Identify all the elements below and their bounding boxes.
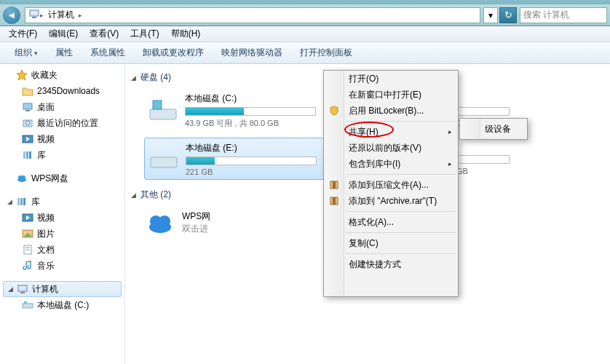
nav-local-c[interactable]: 本地磁盘 (C:) — [0, 297, 124, 313]
nav-label: 桌面 — [37, 101, 55, 114]
menu-help[interactable]: 帮助(H) — [165, 28, 207, 40]
nav-wps[interactable]: WPS网盘 — [0, 170, 124, 186]
ctx-bitlocker[interactable]: 启用 BitLocker(B)... — [324, 103, 458, 119]
folder-icon — [22, 85, 33, 97]
nav-label: 视频 — [37, 133, 55, 146]
svg-rect-29 — [24, 301, 27, 304]
video-icon — [22, 133, 33, 145]
nav-computer[interactable]: ◢ 计算机 — [3, 281, 122, 297]
section-label: 硬盘 (4) — [140, 71, 171, 84]
document-icon — [22, 244, 33, 256]
drive-name: 本地磁盘 (E:) — [186, 142, 328, 154]
nav-pictures[interactable]: 图片 — [0, 226, 124, 242]
recent-icon — [22, 117, 33, 129]
nav-label: 最近访问的位置 — [37, 117, 98, 130]
map-drive-button[interactable]: 映射网络驱动器 — [213, 47, 291, 59]
refresh-button[interactable]: ↻ — [499, 7, 517, 23]
wps-name: WPS网 — [182, 210, 210, 223]
uninstall-button[interactable]: 卸载或更改程序 — [134, 47, 213, 59]
context-menu: 打开(O) 在新窗口中打开(E) 启用 BitLocker(B)... 共享(H… — [323, 70, 459, 297]
svg-marker-2 — [17, 70, 27, 80]
drive-icon — [22, 299, 33, 311]
computer-icon — [17, 283, 28, 295]
nav-recent[interactable]: 最近访问的位置 — [0, 115, 124, 131]
svg-rect-28 — [23, 304, 33, 308]
chevron-right-icon: ▸ — [448, 128, 452, 135]
submenu-advanced[interactable]: 级设备 — [480, 123, 511, 135]
address-bar: ◄ ▸ 计算机 ▸ ▾ ↻ 搜索 计算机 — [0, 4, 610, 26]
nav-videos-fav[interactable]: 视频 — [0, 131, 124, 147]
chevron-right-icon: ▸ — [448, 160, 452, 167]
menu-tools[interactable]: 工具(T) — [124, 28, 165, 40]
ctx-open[interactable]: 打开(O) — [324, 71, 458, 87]
menu-view[interactable]: 查看(V) — [84, 28, 124, 40]
control-panel-button[interactable]: 打开控制面板 — [291, 47, 361, 59]
nav-label: 计算机 — [32, 283, 58, 296]
navigation-pane: 收藏夹 2345Downloads 桌面 最近访问的位置 视频 库 WPS网盘 — [0, 64, 125, 364]
ctx-share[interactable]: 共享(H)▸ — [324, 124, 458, 140]
menu-edit[interactable]: 编辑(E) — [43, 28, 84, 40]
svg-point-37 — [159, 215, 170, 227]
organize-button[interactable]: 组织 — [6, 47, 47, 59]
ctx-format[interactable]: 格式化(A)... — [324, 214, 458, 230]
library-icon — [16, 196, 28, 207]
address-box[interactable]: ▸ 计算机 ▸ — [25, 7, 480, 23]
svg-rect-9 — [23, 151, 25, 159]
ctx-restore-versions[interactable]: 还原以前的版本(V) — [324, 140, 458, 156]
ctx-open-new-window[interactable]: 在新窗口中打开(E) — [324, 87, 458, 103]
nav-favorites[interactable]: 收藏夹 — [0, 67, 124, 83]
nav-label: 收藏夹 — [31, 69, 58, 82]
share-submenu: 级设备 — [459, 118, 528, 140]
nav-downloads[interactable]: 2345Downloads — [0, 83, 124, 99]
cloud-icon — [16, 173, 28, 184]
menu-bar: 文件(F) 编辑(E) 查看(V) 工具(T) 帮助(H) — [0, 26, 610, 42]
usage-bar — [185, 107, 316, 116]
nav-label: 本地磁盘 (C:) — [37, 299, 89, 312]
drive-icon — [147, 95, 179, 127]
nav-label: WPS网盘 — [31, 173, 68, 185]
properties-button[interactable]: 属性 — [47, 47, 82, 59]
shield-icon — [328, 105, 340, 116]
computer-icon — [28, 8, 40, 22]
svg-rect-15 — [17, 198, 20, 205]
breadcrumb-computer[interactable]: 计算机 — [44, 9, 79, 21]
address-dropdown-button[interactable]: ▾ — [483, 7, 498, 23]
usage-bar — [186, 157, 317, 165]
system-properties-button[interactable]: 系统属性 — [82, 47, 134, 59]
cloud-icon — [144, 207, 176, 239]
chevron-down-icon: ◢ — [131, 74, 136, 82]
svg-rect-41 — [333, 197, 336, 205]
ctx-create-shortcut[interactable]: 创建快捷方式 — [324, 256, 458, 272]
svg-point-14 — [21, 175, 25, 180]
desktop-icon — [22, 101, 33, 113]
drive-e[interactable]: 本地磁盘 (E:) 221 GB — [144, 138, 332, 180]
nav-desktop[interactable]: 桌面 — [0, 99, 124, 115]
drive-c[interactable]: 本地磁盘 (C:) 43.9 GB 可用 , 共 80.0 GB — [144, 90, 332, 132]
ctx-add-rar[interactable]: 添加到 "Archive.rar"(T) — [324, 193, 458, 209]
nav-back-button[interactable]: ◄ — [3, 7, 20, 24]
chevron-down-icon: ◢ — [8, 285, 17, 293]
nav-documents[interactable]: 文档 — [0, 242, 124, 258]
nav-music[interactable]: 音乐 — [0, 258, 124, 274]
picture-icon — [22, 228, 33, 240]
nav-libraries-fav[interactable]: 库 — [0, 147, 124, 163]
nav-videos[interactable]: 视频 — [0, 210, 124, 226]
svg-rect-17 — [23, 198, 25, 205]
menu-file[interactable]: 文件(F) — [3, 28, 43, 40]
nav-libraries[interactable]: ◢ 库 — [0, 194, 124, 210]
ctx-include-library[interactable]: 包含到库中(I)▸ — [324, 156, 458, 172]
search-input[interactable]: 搜索 计算机 — [520, 7, 607, 23]
library-icon — [22, 149, 33, 161]
svg-rect-16 — [20, 198, 23, 205]
drive-stat: 43.9 GB 可用 , 共 80.0 GB — [185, 118, 329, 129]
nav-label: 文档 — [37, 244, 55, 256]
nav-label: 库 — [31, 196, 40, 208]
ctx-add-archive[interactable]: 添加到压缩文件(A)... — [324, 177, 458, 193]
svg-rect-3 — [23, 103, 32, 109]
svg-rect-1 — [32, 17, 36, 18]
ctx-copy[interactable]: 复制(C) — [324, 235, 458, 251]
svg-rect-31 — [153, 100, 162, 109]
main-content: ◢ 硬盘 (4) 本地磁盘 (C:) 43.9 GB 可用 , 共 80.0 G… — [125, 64, 610, 364]
toolbar: 组织 属性 系统属性 卸载或更改程序 映射网络驱动器 打开控制面板 — [0, 42, 610, 64]
chevron-down-icon: ◢ — [7, 198, 16, 205]
